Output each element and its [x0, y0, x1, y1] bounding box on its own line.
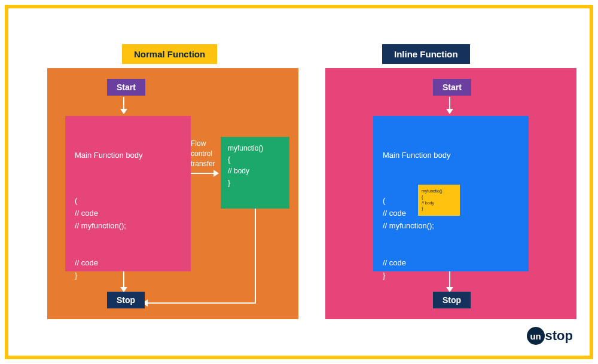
main-function-code: ( // code // myfunction(); // code }	[75, 195, 181, 282]
unstop-logo: unstop	[527, 327, 573, 345]
header-normal-function: Normal Function	[122, 44, 217, 64]
start-badge: Start	[107, 79, 145, 96]
stop-badge: Stop	[107, 292, 145, 308]
header-inline-function: Inline Function	[382, 44, 470, 64]
arrow-main-to-stop	[123, 271, 124, 292]
main-function-title: Main Function body	[75, 149, 181, 162]
arrow-side-down-segment	[255, 209, 256, 302]
arrow-main-to-stop	[449, 271, 450, 292]
arrow-side-to-stop	[143, 302, 256, 304]
logo-circle: un	[527, 327, 545, 345]
inline-body-box: myfunctio() { // body }	[221, 137, 289, 209]
arrow-start-to-main	[123, 97, 124, 114]
inline-expansion-note: myfunctio() { // body }	[418, 185, 460, 216]
main-function-box: Main Function body ( // code // myfuncti…	[65, 116, 191, 271]
logo-text: stop	[545, 328, 573, 344]
diagram-frame: Normal Function Inline Function Start Ma…	[5, 5, 593, 359]
arrow-start-to-main	[449, 97, 450, 114]
main-function-title: Main Function body	[383, 149, 519, 162]
panel-normal-function: Start Main Function body ( // code // my…	[47, 68, 298, 319]
start-badge: Start	[433, 79, 471, 96]
panel-inline-function: Start Main Function body ( // code // my…	[325, 68, 576, 319]
flow-control-label: Flow control transfer	[191, 139, 224, 169]
main-function-box: Main Function body ( // code // myfuncti…	[373, 116, 529, 271]
arrow-main-to-side	[191, 173, 218, 174]
stop-badge: Stop	[433, 292, 471, 308]
